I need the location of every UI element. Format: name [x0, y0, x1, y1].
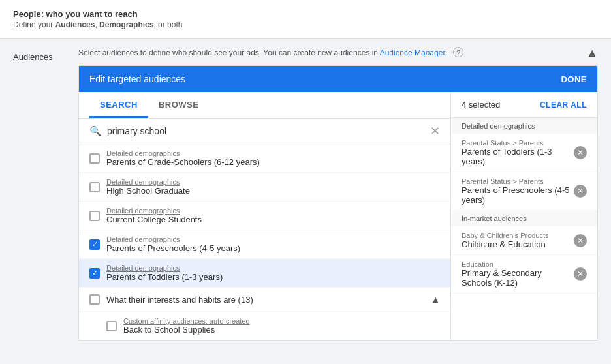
item-category: Detailed demographics [106, 207, 202, 215]
clear-all-button[interactable]: CLEAR ALL [540, 100, 587, 110]
checkbox-back-to-school[interactable] [106, 321, 117, 331]
item-name: Parents of Grade-Schoolers (6-12 years) [106, 157, 260, 167]
item-category: Detailed demographics [106, 149, 260, 157]
help-icon[interactable]: ? [453, 47, 463, 57]
dialog-body: SEARCH BROWSE 🔍 ✕ Deta [79, 92, 597, 340]
item-name: High School Graduate [106, 186, 190, 196]
collapse-button[interactable]: ▲ [586, 47, 598, 59]
remove-button[interactable]: ✕ [574, 267, 587, 281]
list-item-custom: Custom affinity audiences: auto-created … [79, 312, 450, 340]
group-header-row[interactable]: What their interests and habits are (13)… [79, 288, 450, 311]
sel-name: Primary & Secondary Schools (K-12) [462, 268, 570, 288]
sel-name: Parents of Preschoolers (4-5 years) [462, 185, 570, 205]
sel-name: Parents of Toddlers (1-3 years) [462, 147, 570, 166]
sel-category: Parental Status > Parents [462, 177, 570, 185]
selected-item: Parental Status > Parents Parents of Pre… [451, 172, 597, 211]
selected-header: 4 selected CLEAR ALL [451, 92, 597, 118]
item-category: Custom affinity audiences: auto-created [123, 317, 250, 325]
selected-item: Parental Status > Parents Parents of Tod… [451, 134, 597, 172]
dialog-header: Edit targeted audiences DONE [79, 66, 597, 92]
remove-button[interactable]: ✕ [574, 234, 587, 247]
left-panel: SEARCH BROWSE 🔍 ✕ Deta [79, 92, 451, 340]
main-content: Audiences Select audiences to define who… [0, 47, 611, 354]
item-name: Parents of Preschoolers (4-5 years) [106, 243, 240, 253]
done-button[interactable]: DONE [561, 74, 587, 84]
top-bar: People: who you want to reach Define you… [0, 0, 611, 39]
dialog-title: Edit targeted audiences [89, 74, 185, 84]
tabs: SEARCH BROWSE [79, 92, 450, 119]
tab-browse[interactable]: BROWSE [148, 92, 210, 118]
sel-name: Childcare & Education [462, 239, 570, 249]
item-category: Detailed demographics [106, 235, 240, 243]
remove-button[interactable]: ✕ [574, 185, 587, 198]
top-bar-description: Define your Audiences, Demographics, or … [13, 20, 598, 29]
list-item: Detailed demographics Current College St… [79, 202, 450, 230]
audiences-panel: Select audiences to define who should se… [78, 47, 598, 341]
search-row: 🔍 ✕ [79, 119, 450, 144]
clear-search-button[interactable]: ✕ [430, 125, 440, 137]
audience-manager-link[interactable]: Audience Manager. [380, 48, 447, 57]
checkbox-group[interactable] [89, 294, 100, 305]
group-label: What their interests and habits are (13) [106, 295, 424, 305]
list-item: Detailed demographics Parents of Grade-S… [79, 144, 450, 173]
edit-dialog: Edit targeted audiences DONE SEARCH BROW… [78, 65, 598, 341]
tab-search[interactable]: SEARCH [89, 92, 148, 118]
checkbox-preschoolers[interactable]: ✓ [89, 239, 100, 250]
chevron-up-icon: ▲ [431, 294, 440, 305]
selected-item: Education Primary & Secondary Schools (K… [451, 255, 597, 294]
sel-category: Education [462, 260, 570, 268]
info-row: Select audiences to define who should se… [78, 47, 598, 59]
results-list: Detailed demographics Parents of Grade-S… [79, 144, 450, 340]
item-name: Parents of Toddlers (1-3 years) [106, 272, 223, 282]
checkbox-college[interactable] [89, 211, 100, 221]
item-name: Back to School Supplies [123, 325, 250, 335]
audiences-label: Audiences [13, 47, 78, 341]
list-item: Detailed demographics High School Gradua… [79, 173, 450, 202]
sel-category: Baby & Children's Products [462, 232, 570, 239]
list-item: ✓ Detailed demographics Parents of Toddl… [79, 259, 450, 288]
selected-count: 4 selected [462, 100, 500, 110]
remove-button[interactable]: ✕ [574, 146, 587, 159]
info-text: Select audiences to define who should se… [78, 47, 586, 57]
checkbox-toddlers[interactable]: ✓ [89, 268, 100, 279]
expandable-group: What their interests and habits are (13)… [79, 288, 450, 312]
people-label: People [13, 9, 41, 19]
top-bar-subtitle-inline: : who you want to reach [41, 9, 138, 19]
checkbox-high-school[interactable] [89, 182, 100, 192]
selected-item: Baby & Children's Products Childcare & E… [451, 226, 597, 255]
search-input[interactable] [107, 126, 425, 136]
item-category: Detailed demographics [106, 178, 190, 186]
section-label-inmarket: In-market audiences [451, 211, 597, 226]
section-label-detailed: Detailed demographics [451, 118, 597, 134]
item-name: Current College Students [106, 215, 202, 224]
top-bar-title: People: who you want to reach [13, 9, 598, 19]
sel-category: Parental Status > Parents [462, 139, 570, 147]
checkbox-grade-schoolers[interactable] [89, 153, 100, 164]
selected-list: Detailed demographics Parental Status > … [451, 118, 597, 340]
item-category: Detailed demographics [106, 264, 223, 272]
list-item: ✓ Detailed demographics Parents of Presc… [79, 230, 450, 259]
search-icon: 🔍 [89, 125, 102, 137]
right-panel: 4 selected CLEAR ALL Detailed demographi… [451, 92, 597, 340]
